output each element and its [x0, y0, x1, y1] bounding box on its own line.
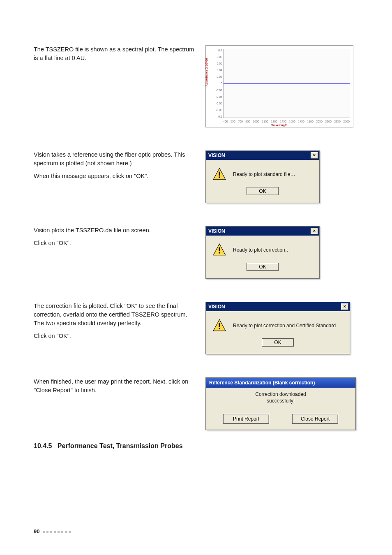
svg-rect-2	[219, 176, 220, 178]
step-text: The correction file is plotted. Click "O…	[34, 302, 205, 345]
footer-dots-icon	[43, 528, 72, 534]
step-row: Vision plots the TSSZERO.da file on scre…	[34, 226, 358, 279]
paragraph: Click on "OK".	[34, 332, 198, 340]
chart-yticks: 0.1 0.08 0.06 0.04 0.02 0 -0.02 -0.04 -0…	[210, 49, 222, 118]
ok-button[interactable]: OK	[262, 338, 294, 347]
svg-rect-4	[219, 247, 220, 252]
dialog-titlebar: VISION ×	[206, 151, 319, 160]
warning-icon	[212, 167, 226, 181]
paragraph: When this message appears, click on "OK"…	[34, 172, 198, 180]
step-row: The correction file is plotted. Click "O…	[34, 302, 358, 354]
svg-rect-7	[219, 323, 220, 327]
step-text: Vision plots the TSSZERO.da file on scre…	[34, 226, 205, 252]
dialog-title: VISION	[208, 304, 225, 310]
close-icon[interactable]: ×	[311, 152, 318, 159]
close-icon[interactable]: ×	[311, 228, 318, 234]
step-text: When finished, the user may print the re…	[34, 377, 205, 399]
chart-xticks: 400 550 700 850 1000 1150 1300 1450 1600…	[223, 120, 350, 123]
paragraph: Click on "OK".	[34, 239, 198, 247]
close-report-button[interactable]: Close Report	[292, 414, 338, 424]
dialog-message: Correction downloaded successfully!	[206, 388, 355, 407]
step-text: The TSSZERO file is shown as a spectral …	[34, 45, 205, 67]
close-icon[interactable]: ×	[341, 303, 348, 310]
step-row: When finished, the user may print the re…	[34, 377, 358, 430]
dialog-message: Ready to plot correction and Certified S…	[233, 323, 336, 328]
step-text: Vision takes a reference using the fiber…	[34, 150, 205, 185]
paragraph: The correction file is plotted. Click "O…	[34, 302, 198, 328]
reference-standardization-dialog: Reference Standardization (Blank correct…	[205, 377, 356, 430]
dialog-title: VISION	[208, 153, 225, 158]
section-heading: 10.4.5 Performance Test, Transmission Pr…	[34, 442, 358, 450]
paragraph: The TSSZERO file is shown as a spectral …	[34, 45, 198, 62]
dialog-message: Ready to plot standard file…	[233, 171, 295, 177]
svg-rect-5	[219, 252, 220, 253]
paragraph: Vision plots the TSSZERO.da file on scre…	[34, 226, 198, 235]
svg-rect-1	[219, 172, 220, 176]
warning-icon	[212, 243, 226, 257]
spectral-plot-thumbnail: Absorbance X 10^16 0.1 0.08 0.06 0.04 0.…	[205, 45, 353, 127]
step-row: Vision takes a reference using the fiber…	[34, 150, 358, 203]
page-number: 90	[34, 528, 39, 534]
chart-xlabel: Wavelength	[206, 124, 353, 127]
page-footer: 90	[34, 528, 72, 534]
dialog-titlebar: Reference Standardization (Blank correct…	[206, 378, 355, 388]
vision-dialog-correction: VISION × Ready to plot correction… OK	[205, 226, 320, 279]
dialog-title: Reference Standardization (Blank correct…	[209, 380, 315, 386]
section-number: 10.4.5	[34, 442, 52, 449]
chart-plot-area	[223, 49, 350, 118]
print-report-button[interactable]: Print Report	[223, 414, 269, 424]
paragraph: When finished, the user may print the re…	[34, 377, 198, 395]
dialog-message: Ready to plot correction…	[233, 247, 290, 253]
chart-zero-line	[224, 83, 350, 84]
ok-button[interactable]: OK	[247, 187, 279, 195]
dialog-titlebar: VISION ×	[206, 302, 350, 311]
section-title: Performance Test, Transmission Probes	[58, 442, 183, 449]
dialog-titlebar: VISION ×	[206, 227, 319, 236]
step-row: The TSSZERO file is shown as a spectral …	[34, 45, 358, 127]
svg-rect-8	[219, 328, 220, 329]
chart-ylabel: Absorbance X 10^16	[205, 58, 208, 86]
vision-dialog-standard: VISION × Ready to plot standard file… OK	[205, 150, 320, 203]
warning-icon	[212, 319, 226, 333]
dialog-title: VISION	[208, 228, 225, 234]
ok-button[interactable]: OK	[247, 263, 279, 271]
vision-dialog-certified: VISION × Ready to plot correction and Ce…	[205, 302, 350, 354]
paragraph: Vision takes a reference using the fiber…	[34, 150, 198, 168]
